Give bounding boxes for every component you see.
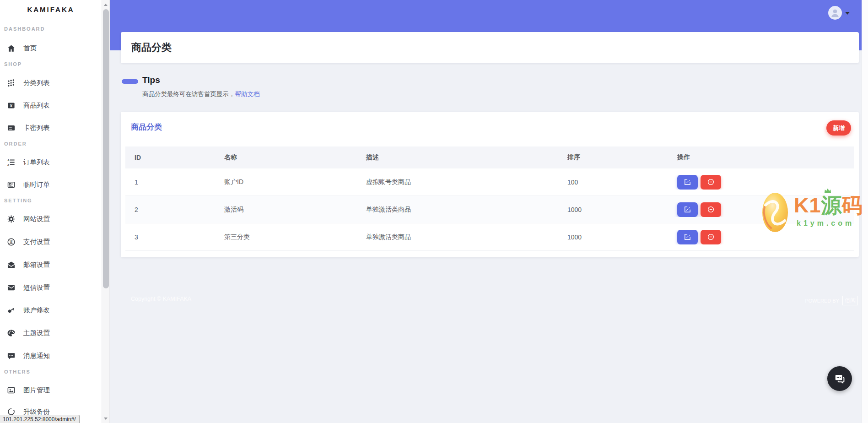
image-icon	[6, 385, 16, 395]
category-table: ID 名称 描述 排序 操作 1 账户ID 虚拟账号类商品 100 2 激活码 …	[125, 146, 854, 251]
table-row: 1 账户ID 虚拟账号类商品 100	[125, 168, 854, 196]
card-icon	[6, 123, 16, 132]
sidebar-item-account-settings[interactable]: 账户修改	[0, 302, 102, 318]
help-doc-link[interactable]: 帮助文档	[235, 91, 260, 98]
user-avatar[interactable]	[828, 6, 842, 20]
sidebar-item-sms-settings[interactable]: 短信设置	[0, 280, 102, 295]
tips-text: 商品分类最终可在访客首页显示，	[142, 91, 235, 98]
sidebar-section-others: OTHERS	[4, 369, 31, 375]
sidebar-section-order: ORDER	[4, 141, 27, 147]
page-title-card: 商品分类	[121, 32, 859, 63]
panel-title: 商品分类	[131, 122, 162, 132]
page-title: 商品分类	[131, 41, 172, 54]
key-icon	[6, 305, 16, 315]
cell-sort: 100	[558, 179, 668, 186]
cell-sort: 1000	[558, 206, 668, 213]
add-category-button[interactable]: 新增	[826, 120, 851, 136]
person-icon	[829, 7, 841, 19]
delete-button[interactable]	[701, 230, 721, 244]
table-header-row: ID 名称 描述 排序 操作	[125, 146, 854, 168]
scroll-up-arrow[interactable]	[102, 1, 109, 8]
sorted-list-icon: AZ	[6, 157, 16, 167]
scroll-down-arrow[interactable]	[102, 415, 109, 422]
sidebar-item-category-list[interactable]: 分类列表	[0, 75, 102, 91]
cell-name: 第三分类	[215, 233, 357, 241]
sidebar-item-email-settings[interactable]: 邮箱设置	[0, 257, 102, 272]
cell-name: 激活码	[215, 206, 357, 214]
sidebar-section-shop: SHOP	[4, 61, 22, 68]
cell-name: 账户ID	[215, 178, 357, 186]
avatar-dropdown-caret[interactable]	[845, 12, 850, 15]
edit-button[interactable]	[677, 202, 698, 217]
sidebar-item-order-list[interactable]: AZ 订单列表	[0, 154, 102, 170]
cell-sort: 1000	[558, 233, 668, 241]
palette-icon	[6, 328, 16, 337]
page-scrollbar[interactable]	[862, 0, 868, 423]
temp-order-icon	[6, 180, 16, 189]
tips-accent-pill	[122, 79, 138, 84]
mail-open-icon	[6, 260, 16, 269]
column-header-sort: 排序	[558, 153, 668, 162]
sidebar-item-image-management[interactable]: 图片管理	[0, 382, 102, 398]
delete-button[interactable]	[701, 175, 721, 190]
sidebar-item-site-settings[interactable]: 网站设置	[0, 211, 102, 227]
cell-desc: 虚拟账号类商品	[357, 178, 558, 186]
alipay-icon: 支	[6, 237, 16, 246]
svg-text:支: 支	[8, 239, 13, 244]
sidebar-scrollbar-thumb[interactable]	[103, 9, 109, 288]
sidebar-item-temp-order[interactable]: 临时订单	[0, 177, 102, 192]
app: KAMIFAKA DASHBOARD 首页 SHOP 分类列表 ¥ 商品列表 卡…	[0, 0, 868, 423]
column-header-actions: 操作	[668, 153, 854, 162]
sidebar-section-dashboard: DASHBOARD	[4, 26, 45, 33]
sidebar-scrollbar[interactable]	[102, 0, 110, 423]
home-icon	[6, 43, 16, 53]
sidebar-item-payment-settings[interactable]: 支 支付设置	[0, 234, 102, 249]
delete-button[interactable]	[701, 202, 721, 217]
cell-desc: 单独激活类商品	[357, 233, 558, 241]
column-header-id: ID	[125, 154, 215, 161]
goods-yen-icon: ¥	[6, 101, 16, 110]
gear-icon	[6, 214, 16, 223]
chat-messages-icon	[834, 373, 846, 385]
sidebar-item-home[interactable]: 首页	[0, 40, 102, 56]
tips-block: Tips 商品分类最终可在访客首页显示，帮助文档	[121, 75, 260, 98]
column-header-name: 名称	[215, 153, 357, 162]
category-panel: 商品分类 新增 ID 名称 描述 排序 操作 1 账户ID 虚拟账号类商品 10…	[121, 112, 859, 257]
edit-button[interactable]	[677, 230, 698, 244]
cell-desc: 单独激活类商品	[357, 206, 558, 214]
sidebar: KAMIFAKA DASHBOARD 首页 SHOP 分类列表 ¥ 商品列表 卡…	[0, 0, 102, 423]
footer-powered-by: POWERED BY 佰阅	[805, 296, 858, 305]
table-row: 2 激活码 单独激活类商品 1000	[125, 196, 854, 223]
sidebar-section-setting: SETTING	[4, 198, 32, 204]
sidebar-item-card-list[interactable]: 卡密列表	[0, 120, 102, 136]
tips-title: Tips	[142, 75, 260, 86]
status-url-tooltip: 101.201.225.52:8000/admin#/	[0, 415, 80, 423]
edit-button[interactable]	[677, 175, 698, 190]
svg-text:¥: ¥	[10, 103, 12, 108]
sidebar-item-notifications[interactable]: 消息通知	[0, 348, 102, 363]
sidebar-item-goods-list[interactable]: ¥ 商品列表	[0, 98, 102, 113]
footer-brand: 佰阅	[842, 296, 858, 305]
column-header-desc: 描述	[357, 153, 558, 162]
category-grid-icon	[6, 78, 16, 87]
svg-text:Z: Z	[7, 163, 9, 166]
cell-id: 3	[125, 233, 215, 241]
mail-icon	[6, 283, 16, 292]
footer-copyright: Copyright © KAMIFAKA	[131, 296, 191, 302]
sidebar-item-theme-settings[interactable]: 主题设置	[0, 325, 102, 341]
chat-bubble-icon	[6, 351, 16, 360]
cell-id: 2	[125, 206, 215, 213]
table-row: 3 第三分类 单独激活类商品 1000	[125, 223, 854, 251]
brand-logo: KAMIFAKA	[0, 5, 102, 13]
chat-fab-button[interactable]	[827, 366, 852, 391]
svg-text:A: A	[7, 159, 10, 162]
cell-id: 1	[125, 179, 215, 186]
